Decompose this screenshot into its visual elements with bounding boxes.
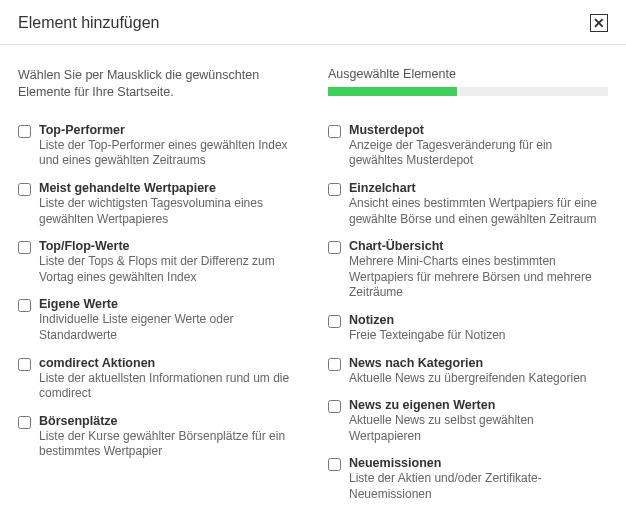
option-title: Top/Flop-Werte <box>39 239 298 253</box>
option-description: Liste der Tops & Flops mit der Differenz… <box>39 254 298 285</box>
option-title: News nach Kategorien <box>349 356 608 370</box>
option-item: comdirect AktionenListe der aktuellsten … <box>18 356 298 402</box>
option-checkbox[interactable] <box>328 358 341 371</box>
intro-row: Wählen Sie per Mausklick die gewünschten… <box>18 67 608 101</box>
option-item: BörsenplätzeListe der Kurse gewählter Bö… <box>18 414 298 460</box>
option-item: MusterdepotAnzeige der Tagesveränderung … <box>328 123 608 169</box>
option-checkbox[interactable] <box>18 125 31 138</box>
option-item: Meist gehandelte WertpapiereListe der wi… <box>18 181 298 227</box>
option-item: Eigene WerteIndividuelle Liste eigener W… <box>18 297 298 343</box>
option-body: Top/Flop-WerteListe der Tops & Flops mit… <box>39 239 298 285</box>
option-body: Chart-ÜbersichtMehrere Mini-Charts eines… <box>349 239 608 301</box>
option-item: News nach KategorienAktuelle News zu übe… <box>328 356 608 387</box>
option-body: MusterdepotAnzeige der Tagesveränderung … <box>349 123 608 169</box>
option-item: NeuemissionenListe der Aktien und/oder Z… <box>328 456 608 502</box>
option-title: Top-Performer <box>39 123 298 137</box>
option-title: Notizen <box>349 313 608 327</box>
option-title: Einzelchart <box>349 181 608 195</box>
option-item: Top/Flop-WerteListe der Tops & Flops mit… <box>18 239 298 285</box>
dialog-header: Element hinzufügen ✕ <box>0 0 626 45</box>
add-element-dialog: Element hinzufügen ✕ Wählen Sie per Maus… <box>0 0 626 507</box>
option-body: News zu eigenen WertenAktuelle News zu s… <box>349 398 608 444</box>
option-checkbox[interactable] <box>328 125 341 138</box>
option-checkbox[interactable] <box>328 458 341 471</box>
option-title: comdirect Aktionen <box>39 356 298 370</box>
progress-fill <box>328 87 457 96</box>
option-checkbox[interactable] <box>328 183 341 196</box>
option-description: Liste der wichtigsten Tagesvolumina eine… <box>39 196 298 227</box>
option-description: Individuelle Liste eigener Werte oder St… <box>39 312 298 343</box>
option-checkbox[interactable] <box>18 183 31 196</box>
dialog-title: Element hinzufügen <box>18 14 159 32</box>
option-description: Liste der Kurse gewählter Börsenplätze f… <box>39 429 298 460</box>
option-description: Liste der aktuellsten Informationen rund… <box>39 371 298 402</box>
option-item: Top-PerformerListe der Top-Performer ein… <box>18 123 298 169</box>
option-title: Meist gehandelte Wertpapiere <box>39 181 298 195</box>
option-description: Anzeige der Tagesveränderung für ein gew… <box>349 138 608 169</box>
option-body: News nach KategorienAktuelle News zu übe… <box>349 356 608 387</box>
option-body: NeuemissionenListe der Aktien und/oder Z… <box>349 456 608 502</box>
option-description: Ansicht eines bestimmten Wertpapiers für… <box>349 196 608 227</box>
option-checkbox[interactable] <box>18 299 31 312</box>
option-title: Börsenplätze <box>39 414 298 428</box>
option-description: Liste der Top-Performer eines gewählten … <box>39 138 298 169</box>
option-title: News zu eigenen Werten <box>349 398 608 412</box>
option-item: NotizenFreie Texteingabe für Notizen <box>328 313 608 344</box>
options-columns: Top-PerformerListe der Top-Performer ein… <box>18 123 608 507</box>
intro-text: Wählen Sie per Mausklick die gewünschten… <box>18 67 298 101</box>
option-item: Chart-ÜbersichtMehrere Mini-Charts eines… <box>328 239 608 301</box>
progress-bar <box>328 87 608 96</box>
close-icon[interactable]: ✕ <box>590 14 608 32</box>
selected-elements-label: Ausgewählte Elemente <box>328 67 608 81</box>
dialog-body: Wählen Sie per Mausklick die gewünschten… <box>0 45 626 507</box>
option-checkbox[interactable] <box>18 358 31 371</box>
option-title: Musterdepot <box>349 123 608 137</box>
option-description: Aktuelle News zu übergreifenden Kategori… <box>349 371 608 387</box>
option-description: Mehrere Mini-Charts eines bestimmten Wer… <box>349 254 608 301</box>
option-item: EinzelchartAnsicht eines bestimmten Wert… <box>328 181 608 227</box>
option-checkbox[interactable] <box>328 400 341 413</box>
option-description: Liste der Aktien und/oder Zertifikate-Ne… <box>349 471 608 502</box>
option-description: Aktuelle News zu selbst gewählten Wertpa… <box>349 413 608 444</box>
option-title: Neuemissionen <box>349 456 608 470</box>
option-title: Chart-Übersicht <box>349 239 608 253</box>
option-checkbox[interactable] <box>328 241 341 254</box>
options-column-right: MusterdepotAnzeige der Tagesveränderung … <box>328 123 608 507</box>
options-column-left: Top-PerformerListe der Top-Performer ein… <box>18 123 298 507</box>
selected-elements-block: Ausgewählte Elemente <box>328 67 608 101</box>
option-checkbox[interactable] <box>18 416 31 429</box>
option-body: NotizenFreie Texteingabe für Notizen <box>349 313 608 344</box>
option-body: Eigene WerteIndividuelle Liste eigener W… <box>39 297 298 343</box>
option-checkbox[interactable] <box>328 315 341 328</box>
option-item: News zu eigenen WertenAktuelle News zu s… <box>328 398 608 444</box>
option-title: Eigene Werte <box>39 297 298 311</box>
option-body: comdirect AktionenListe der aktuellsten … <box>39 356 298 402</box>
option-body: Top-PerformerListe der Top-Performer ein… <box>39 123 298 169</box>
option-body: EinzelchartAnsicht eines bestimmten Wert… <box>349 181 608 227</box>
option-body: Meist gehandelte WertpapiereListe der wi… <box>39 181 298 227</box>
option-checkbox[interactable] <box>18 241 31 254</box>
option-description: Freie Texteingabe für Notizen <box>349 328 608 344</box>
option-body: BörsenplätzeListe der Kurse gewählter Bö… <box>39 414 298 460</box>
